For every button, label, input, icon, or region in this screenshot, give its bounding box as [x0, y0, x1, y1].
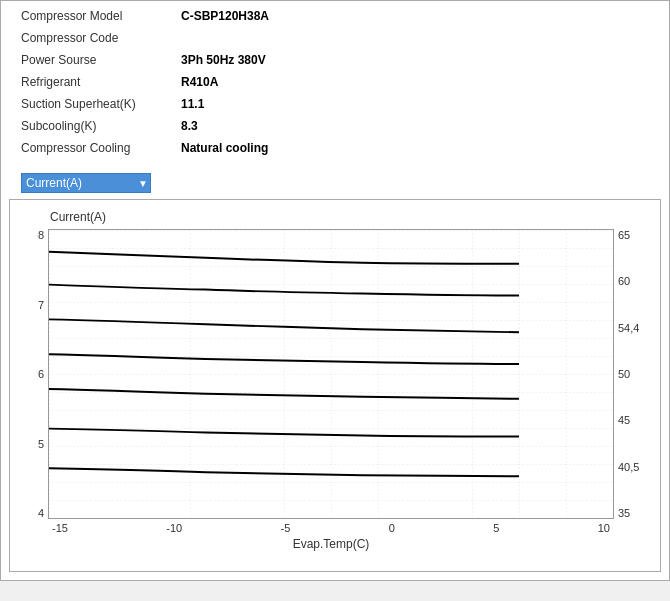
right-axis-label: 45 [618, 414, 650, 426]
x-axis-label: 10 [598, 522, 610, 534]
right-axis-label: 35 [618, 507, 650, 519]
info-label: Power Sourse [21, 53, 181, 67]
info-row: Suction Superheat(K) 11.1 [21, 97, 649, 117]
y-axis-label: 8 [20, 229, 44, 241]
dropdown-row: Current(A)Power(kW)COPCapacity(kW) ▼ [1, 169, 669, 199]
info-row: Compressor Code [21, 31, 649, 51]
info-label: Suction Superheat(K) [21, 97, 181, 111]
info-label: Compressor Cooling [21, 141, 181, 155]
x-axis-label: -10 [166, 522, 182, 534]
y-axis-label: 6 [20, 368, 44, 380]
info-value: 8.3 [181, 119, 198, 133]
x-axis-area: -15-10-50510 Evap.Temp(C) [52, 522, 610, 551]
info-label: Refrigerant [21, 75, 181, 89]
info-value: Natural cooling [181, 141, 268, 155]
right-axis-label: 50 [618, 368, 650, 380]
info-row: Subcooling(K) 8.3 [21, 119, 649, 139]
info-value: C-SBP120H38A [181, 9, 269, 23]
info-row: Power Sourse 3Ph 50Hz 380V [21, 53, 649, 73]
x-axis-label: -5 [281, 522, 291, 534]
info-row: Refrigerant R410A [21, 75, 649, 95]
y-axis-label: 5 [20, 438, 44, 450]
y-axis-label: 4 [20, 507, 44, 519]
x-axis-label: 5 [493, 522, 499, 534]
dropdown-wrapper: Current(A)Power(kW)COPCapacity(kW) ▼ [21, 173, 151, 193]
info-label: Subcooling(K) [21, 119, 181, 133]
right-axis-label: 65 [618, 229, 650, 241]
right-axis-label: 60 [618, 275, 650, 287]
x-axis-label: 0 [389, 522, 395, 534]
y-axis-label: 7 [20, 299, 44, 311]
chart-svg [49, 230, 613, 518]
info-table: Compressor Model C-SBP120H38A Compressor… [1, 1, 669, 169]
chart-container: Current(A) 87654 [9, 199, 661, 572]
x-axis-label: -15 [52, 522, 68, 534]
x-axis-labels: -15-10-50510 [52, 522, 610, 534]
right-axis-labels: 656054,4504540,535 [614, 229, 650, 519]
right-axis-label: 54,4 [618, 322, 650, 334]
info-label: Compressor Model [21, 9, 181, 23]
chart-area: 87654 [20, 229, 650, 519]
info-row: Compressor Model C-SBP120H38A [21, 9, 649, 29]
main-container: Compressor Model C-SBP120H38A Compressor… [0, 0, 670, 581]
info-row: Compressor Cooling Natural cooling [21, 141, 649, 161]
right-axis-label: 40,5 [618, 461, 650, 473]
info-value: R410A [181, 75, 218, 89]
info-value: 3Ph 50Hz 380V [181, 53, 266, 67]
chart-type-select[interactable]: Current(A)Power(kW)COPCapacity(kW) [21, 173, 151, 193]
chart-grid-area [48, 229, 614, 519]
chart-title: Current(A) [50, 210, 650, 224]
info-value: 11.1 [181, 97, 204, 111]
info-label: Compressor Code [21, 31, 181, 45]
y-axis-labels: 87654 [20, 229, 48, 519]
x-axis-title: Evap.Temp(C) [52, 537, 610, 551]
